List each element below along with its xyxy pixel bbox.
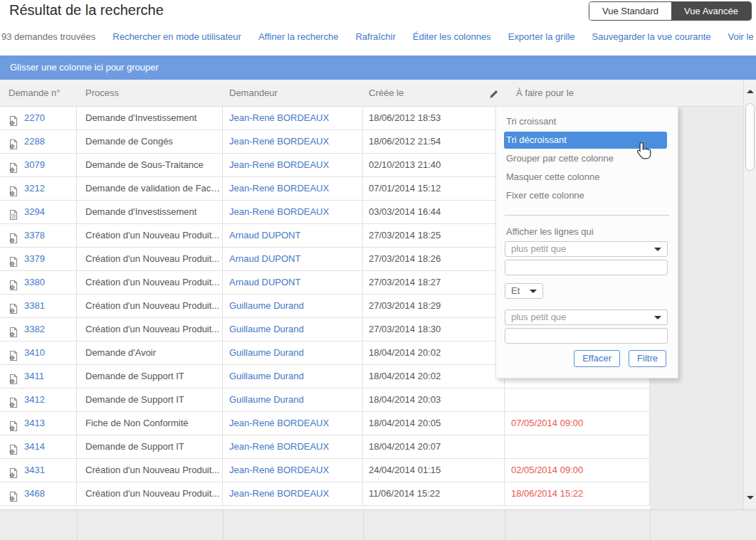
request-id-cell: 3468: [0, 482, 77, 506]
document-gear-icon: [8, 441, 19, 452]
requester-cell: Guillaume Durand: [223, 318, 363, 342]
request-id-link[interactable]: 3380: [24, 271, 45, 294]
request-id-link[interactable]: 3294: [24, 201, 45, 223]
column-header[interactable]: Créée le: [363, 80, 505, 106]
vue-standard-button[interactable]: Vue Standard: [589, 2, 671, 20]
created-date-cell: 27/03/2014 18:25: [363, 224, 505, 248]
toolbar-link[interactable]: Exporter la grille: [508, 31, 575, 42]
toolbar-link[interactable]: Sauvegarder la vue courante: [592, 31, 711, 42]
created-date-cell: 27/03/2014 18:26: [363, 248, 505, 271]
requester-link[interactable]: Jean-René BORDEAUX: [229, 136, 329, 147]
requester-link[interactable]: Guillaume Durand: [229, 347, 304, 358]
process-cell: Demande d'Investissement: [77, 201, 223, 224]
requester-link[interactable]: Jean-René BORDEAUX: [229, 418, 329, 428]
request-id-link[interactable]: 3381: [24, 295, 45, 317]
requester-link[interactable]: Jean-René BORDEAUX: [229, 112, 329, 123]
request-id-link[interactable]: 3079: [24, 154, 45, 176]
filter-operator-2-select[interactable]: plus petit que: [505, 309, 668, 325]
requester-link[interactable]: Arnaud DUPONT: [229, 277, 300, 287]
menu-item[interactable]: Fixer cette colonne: [496, 186, 678, 205]
toolbar-link[interactable]: Affiner la recherche: [258, 31, 339, 42]
due-date-cell: [505, 388, 650, 412]
footer-divider: [77, 510, 78, 540]
menu-item[interactable]: Masquer cette colonne: [496, 168, 678, 186]
requester-cell: Jean-René BORDEAUX: [223, 459, 363, 482]
process-cell: Demande de validation de Facture: [77, 177, 223, 201]
column-header[interactable]: Process: [77, 80, 223, 106]
created-date-cell: 18/04/2014 20:07: [363, 435, 505, 459]
toolbar-link[interactable]: Rafraîchir: [355, 31, 395, 42]
request-id-link[interactable]: 3413: [24, 412, 45, 435]
document-gear-icon: [8, 136, 19, 147]
filter-value-1-input[interactable]: [505, 260, 668, 275]
filter-buttons: Effacer Filtre: [574, 350, 666, 367]
request-id-link[interactable]: 3379: [24, 248, 45, 270]
request-id-link[interactable]: 3414: [24, 435, 45, 458]
created-date-cell: 02/10/2013 21:40: [363, 154, 505, 177]
requester-link[interactable]: Jean-René BORDEAUX: [229, 465, 329, 475]
group-drop-zone[interactable]: Glisser une colonne ici pour grouper: [0, 55, 756, 80]
request-id-cell: 3212: [0, 177, 77, 201]
created-date-cell: 27/03/2014 18:27: [363, 271, 505, 295]
request-id-cell: 3414: [0, 435, 77, 459]
requester-link[interactable]: Jean-René BORDEAUX: [229, 488, 329, 499]
document-gear-icon: [8, 159, 19, 171]
process-cell: Fiche de Non Conformité: [77, 412, 223, 435]
toolbar-link[interactable]: Rechercher en mode utilisateur: [112, 31, 241, 42]
requester-link[interactable]: Jean-René BORDEAUX: [229, 206, 329, 217]
requester-link[interactable]: Jean-René BORDEAUX: [229, 159, 329, 170]
apply-filter-button[interactable]: Filtre: [629, 350, 666, 367]
edit-column-pencil-icon[interactable]: [489, 89, 499, 99]
created-date-cell: 18/04/2014 20:03: [363, 388, 505, 412]
requester-link[interactable]: Arnaud DUPONT: [229, 253, 300, 264]
vue-avancee-button[interactable]: Vue Avancée: [671, 2, 751, 20]
scroll-up-icon[interactable]: [747, 90, 754, 93]
requester-link[interactable]: Jean-René BORDEAUX: [229, 183, 329, 194]
chevron-down-icon: [654, 248, 661, 251]
request-id-link[interactable]: 3212: [24, 177, 45, 200]
request-id-link[interactable]: 3412: [24, 388, 45, 411]
requester-link[interactable]: Jean-René BORDEAUX: [229, 441, 329, 452]
requester-link[interactable]: Guillaume Durand: [229, 371, 304, 381]
chevron-down-icon: [654, 316, 661, 319]
request-id-link[interactable]: 3378: [24, 224, 45, 247]
request-id-link[interactable]: 2288: [24, 130, 45, 153]
menu-item[interactable]: Tri croissant: [496, 112, 678, 131]
filter-value-2-input[interactable]: [505, 328, 668, 344]
request-id-cell: 3380: [0, 271, 77, 295]
request-id-link[interactable]: 3431: [24, 459, 45, 482]
requester-cell: Jean-René BORDEAUX: [223, 412, 363, 435]
requester-cell: Guillaume Durand: [223, 388, 363, 412]
requester-link[interactable]: Arnaud DUPONT: [229, 230, 300, 240]
process-cell: Demande de Support IT: [77, 388, 223, 412]
requester-link[interactable]: Guillaume Durand: [229, 300, 304, 311]
column-header[interactable]: Demandeur: [223, 80, 363, 106]
table-row: 3414 Demande de Support IT Jean-René BOR…: [0, 435, 650, 459]
scroll-down-icon[interactable]: [747, 496, 754, 499]
toolbar-link[interactable]: Éditer les colonnes: [413, 31, 491, 42]
view-toggle: Vue Standard Vue Avancée: [589, 1, 752, 21]
hand-cursor-icon: [634, 140, 653, 161]
footer-divider: [650, 510, 651, 540]
filter-operator-1-select[interactable]: plus petit que: [505, 241, 668, 257]
vertical-scrollbar[interactable]: [743, 80, 756, 509]
requester-cell: Jean-René BORDEAUX: [223, 130, 363, 154]
requester-link[interactable]: Guillaume Durand: [229, 324, 304, 334]
clear-filter-button[interactable]: Effacer: [574, 350, 620, 367]
request-id-cell: 2270: [0, 107, 77, 130]
request-id-link[interactable]: 2270: [24, 107, 45, 129]
requester-link[interactable]: Guillaume Durand: [229, 394, 304, 405]
process-cell: Demande d'Avoir: [77, 342, 223, 365]
request-id-link[interactable]: 3382: [24, 318, 45, 341]
request-id-link[interactable]: 3411: [24, 365, 44, 388]
column-header[interactable]: À faire pour le: [505, 80, 650, 106]
request-id-link[interactable]: 3410: [24, 342, 45, 364]
request-id-cell: 3431: [0, 459, 77, 482]
request-id-link[interactable]: 3468: [24, 482, 45, 505]
column-header[interactable]: Demande n°: [0, 80, 77, 106]
due-date-cell: 07/05/2014 09:00: [505, 412, 650, 435]
scrollbar-thumb[interactable]: [745, 103, 755, 171]
toolbar-link[interactable]: Voir le graphique: [728, 31, 756, 42]
requester-cell: Jean-René BORDEAUX: [223, 482, 363, 506]
filter-conjunction-select[interactable]: Et: [505, 283, 543, 299]
